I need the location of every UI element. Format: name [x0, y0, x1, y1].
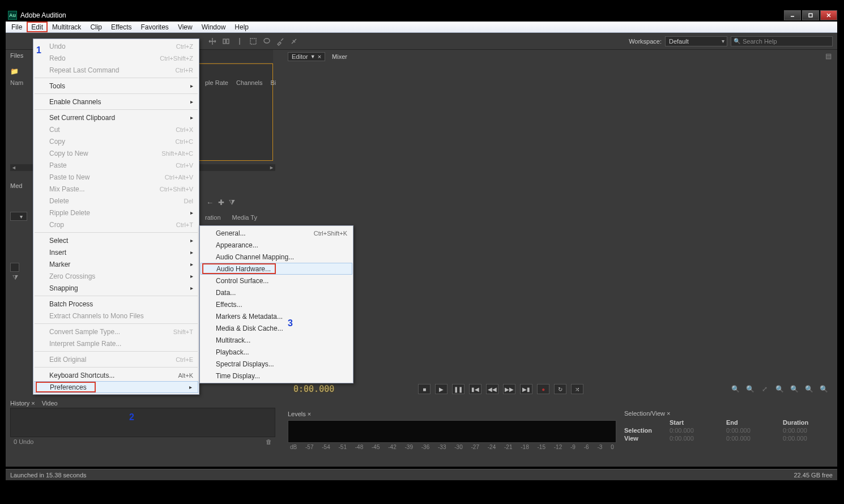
history-tab[interactable]: History ×	[10, 400, 35, 407]
menu-multitrack[interactable]: Multitrack	[48, 22, 86, 32]
prev-button[interactable]: ▮◀	[469, 384, 481, 394]
edit-menu-interpret-sample-rate: Interpret Sample Rate...	[33, 338, 199, 349]
pref-menu-multitrack[interactable]: Multitrack...	[200, 334, 353, 346]
selview-sel-dur[interactable]: 0:00.000	[783, 427, 833, 434]
next-button[interactable]: ▶▮	[520, 384, 532, 394]
close-button[interactable]	[820, 10, 837, 20]
edit-menu-enable-channels[interactable]: Enable Channels▸	[33, 96, 199, 108]
media-filter-dd[interactable]	[10, 263, 19, 272]
loop-button[interactable]: ↻	[554, 384, 566, 394]
selview-sel-end[interactable]: 0:00.000	[726, 427, 776, 434]
video-tab[interactable]: Video	[42, 400, 58, 407]
open-file-icon[interactable]: 📁	[10, 66, 26, 77]
media-filter-icon[interactable]: ⧩	[229, 198, 235, 207]
svg-rect-1	[809, 14, 812, 17]
edit-menu-set-current-clipboard[interactable]: Set Current Clipboard▸	[33, 112, 199, 123]
selection-view-tab[interactable]: Selection/View ×	[624, 410, 670, 417]
edit-menu-insert[interactable]: Insert▸	[33, 246, 199, 258]
time-select-icon[interactable]	[220, 35, 232, 48]
brush-tool-icon[interactable]	[274, 35, 287, 48]
media-col-mediatype[interactable]: Media Ty	[232, 214, 257, 221]
zoom-sel-out-icon[interactable]: 🔍	[818, 384, 829, 394]
menu-favorites[interactable]: Favorites	[137, 22, 173, 32]
edit-menu-undo: UndoCtrl+Z	[33, 40, 199, 52]
pref-menu-audio-hardware[interactable]: Audio Hardware...	[201, 263, 352, 275]
maximize-button[interactable]	[802, 10, 819, 20]
rewind-button[interactable]: ◀◀	[486, 384, 498, 394]
pref-menu-spectral-displays[interactable]: Spectral Displays...	[200, 358, 353, 370]
media-drive-dropdown[interactable]	[10, 212, 27, 221]
zoom-out-h-icon[interactable]: 🔍	[744, 384, 756, 394]
files-col-name[interactable]: Nam	[10, 79, 23, 86]
marquee-tool-icon[interactable]	[247, 35, 259, 48]
menu-help[interactable]: Help	[230, 22, 253, 32]
ffwd-button[interactable]: ▶▶	[503, 384, 515, 394]
pref-menu-time-display[interactable]: Time Display...	[200, 370, 353, 382]
mixer-tab[interactable]: Mixer	[332, 53, 347, 60]
edit-menu-preferences[interactable]: Preferences▸	[34, 381, 198, 393]
menu-effects[interactable]: Effects	[106, 22, 136, 32]
media-back-icon[interactable]: ←	[206, 198, 214, 207]
zoom-out-v-icon[interactable]: 🔍	[788, 384, 800, 394]
move-tool-icon[interactable]	[206, 35, 219, 48]
zoom-icons: 🔍 🔍 ⤢ 🔍 🔍 🔍 🔍	[730, 384, 829, 394]
pref-menu-appearance[interactable]: Appearance...	[200, 239, 353, 251]
media-add-icon[interactable]: ✚	[218, 198, 224, 207]
edit-menu-keyboard-shortcuts[interactable]: Keyboard Shortcuts...Alt+K	[33, 369, 199, 381]
lasso-tool-icon[interactable]	[261, 35, 273, 48]
media-panel-tab[interactable]: Med	[10, 182, 22, 189]
menu-view[interactable]: View	[173, 22, 197, 32]
record-button[interactable]: ●	[537, 384, 549, 394]
stop-button[interactable]: ■	[418, 384, 430, 394]
pref-menu-playback[interactable]: Playback...	[200, 346, 353, 358]
pref-menu-data[interactable]: Data...	[200, 287, 353, 298]
trash-icon[interactable]: 🗑	[266, 438, 272, 445]
files-col-samplerate[interactable]: ple Rate	[205, 79, 228, 86]
menu-edit[interactable]: Edit	[27, 22, 48, 32]
files-col-bit[interactable]: Bi	[270, 79, 276, 86]
edit-menu-ripple-delete: Ripple Delete▸	[33, 207, 199, 219]
edit-menu-snapping[interactable]: Snapping▸	[33, 282, 199, 294]
pref-menu-control-surface[interactable]: Control Surface...	[200, 275, 353, 287]
selview-view-end[interactable]: 0:00.000	[726, 435, 776, 442]
zoom-sel-in-icon[interactable]: 🔍	[803, 384, 815, 394]
pref-menu-media-disk-cache[interactable]: Media & Disk Cache...	[200, 322, 353, 334]
menubar: File Edit Multitrack Clip Effects Favori…	[6, 22, 837, 33]
selview-view-dur[interactable]: 0:00.000	[783, 435, 833, 442]
menu-clip[interactable]: Clip	[86, 22, 106, 32]
search-help-input[interactable]: Search Help	[731, 36, 833, 46]
preferences-submenu: General...Ctrl+Shift+KAppearance...Audio…	[199, 225, 353, 383]
menu-window[interactable]: Window	[197, 22, 231, 32]
media-funnel-icon[interactable]: ⧩	[12, 274, 18, 281]
media-bottom-filters: ⧩	[10, 263, 27, 272]
pref-menu-effects[interactable]: Effects...	[200, 298, 353, 310]
zoom-fit-icon[interactable]: ⤢	[759, 384, 770, 394]
workspace-dropdown[interactable]: Default	[665, 36, 727, 46]
edit-menu-marker[interactable]: Marker▸	[33, 258, 199, 270]
minimize-button[interactable]	[784, 10, 801, 20]
files-panel-tab[interactable]: Files	[10, 52, 23, 59]
heal-tool-icon[interactable]	[288, 35, 300, 48]
pref-menu-audio-channel-mapping[interactable]: Audio Channel Mapping...	[200, 251, 353, 263]
edit-menu-tools[interactable]: Tools▸	[33, 80, 199, 92]
selview-view-start[interactable]: 0:00.000	[670, 435, 719, 442]
zoom-in-v-icon[interactable]: 🔍	[774, 384, 785, 394]
edit-menu-batch-process[interactable]: Batch Process	[33, 298, 199, 310]
zoom-in-h-icon[interactable]: 🔍	[730, 384, 741, 394]
menu-file[interactable]: File	[7, 22, 27, 32]
pause-button[interactable]: ❚❚	[452, 384, 464, 394]
editor-tab[interactable]: Editor▼×	[288, 52, 325, 61]
selection-view-panel: Selection/View × Start End Duration Sele…	[624, 410, 833, 442]
play-button[interactable]: ▶	[435, 384, 447, 394]
edit-menu-select[interactable]: Select▸	[33, 234, 199, 246]
media-col-duration[interactable]: ration	[205, 214, 221, 221]
skip-button[interactable]: ⤭	[571, 384, 583, 394]
selview-sel-start[interactable]: 0:00.000	[670, 427, 719, 434]
pref-menu-general[interactable]: General...Ctrl+Shift+K	[200, 227, 353, 239]
levels-tab[interactable]: Levels ×	[288, 411, 311, 417]
cursor-tool-icon[interactable]	[233, 35, 246, 48]
pref-menu-markers-metadata[interactable]: Markers & Metadata...	[200, 310, 353, 322]
edit-menu-cut: CutCtrl+X	[33, 123, 199, 135]
editor-panel-menu-icon[interactable]: ▤	[825, 52, 832, 60]
files-col-channels[interactable]: Channels	[236, 79, 262, 86]
